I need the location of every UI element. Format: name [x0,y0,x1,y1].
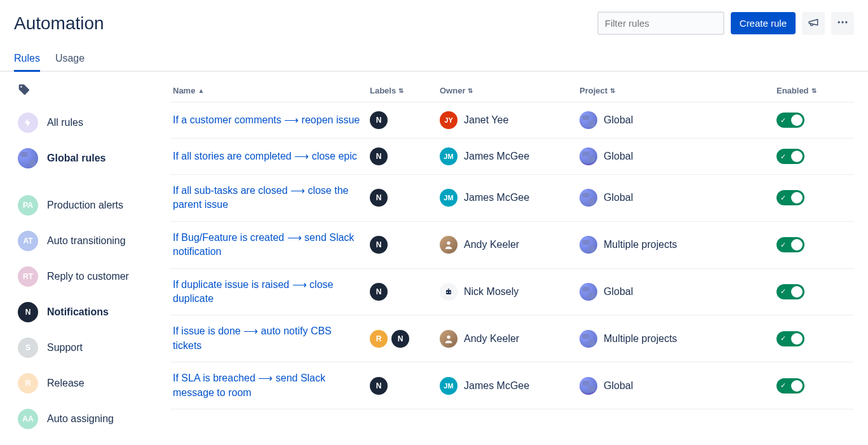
label-chip[interactable]: R [370,330,388,348]
globe-icon [580,283,597,301]
sidebar-item-label: Auto assigning [47,413,114,425]
rule-name-link[interactable]: If all sub-tasks are closed ⟶ close the … [173,184,370,212]
table-header: Name ▲ Labels ⇅ Owner ⇅ Project ⇅ Enable… [170,79,854,102]
column-project-header[interactable]: Project ⇅ [580,86,776,95]
labels-cell: RN [370,330,440,348]
label-chip[interactable]: N [370,147,388,165]
sort-icon: ⇅ [811,87,817,94]
owner-name: Andy Keeler [464,239,519,250]
ellipsis-icon [836,16,849,31]
table-row: If issue is done ⟶ auto notify CBS ticke… [170,315,854,362]
enabled-cell: ✓ [776,237,840,252]
sidebar-item-label: Production alerts [47,200,123,211]
owner-name: Andy Keeler [464,333,519,345]
table-row: If Bug/Feature is created ⟶ send Slack n… [170,222,854,269]
globe-icon [580,189,597,207]
project-cell: Multiple projects [580,236,776,254]
sidebar-item[interactable]: ATAuto transitioning [14,223,160,259]
label-chip[interactable]: N [370,377,388,395]
more-actions-button[interactable] [831,12,854,35]
table-row: If all sub-tasks are closed ⟶ close the … [170,175,854,222]
owner-avatar: JY [440,111,458,129]
sidebar-item-label: All rules [47,117,83,128]
check-icon: ✓ [780,117,786,124]
table-row: If SLA is breached ⟶ send Slack message … [170,362,854,409]
project-cell: Global [580,283,776,301]
label-avatar-icon: PA [18,195,38,216]
svg-point-1 [841,21,843,23]
tab-rules[interactable]: Rules [14,53,40,71]
sidebar-item[interactable]: RRelease [14,366,160,401]
label-chip[interactable]: N [370,111,388,129]
sidebar-item[interactable]: RTReply to customer [14,259,160,294]
owner-avatar [440,330,458,348]
label-chip[interactable]: N [370,236,388,254]
enabled-toggle[interactable]: ✓ [776,378,804,394]
megaphone-icon [808,17,819,30]
sidebar-item[interactable]: PAProduction alerts [14,188,160,223]
svg-point-0 [838,21,840,23]
owner-name: James McGee [464,380,529,392]
project-cell: Global [580,147,776,165]
enabled-toggle[interactable]: ✓ [776,331,804,346]
enabled-cell: ✓ [776,149,840,164]
check-icon: ✓ [780,153,786,160]
rule-name-link[interactable]: If all stories are completed ⟶ close epi… [173,149,370,163]
owner-cell: Andy Keeler [440,330,580,348]
enabled-toggle[interactable]: ✓ [776,149,804,164]
check-icon: ✓ [780,288,786,295]
sidebar-item[interactable]: Global rules [14,140,160,176]
owner-avatar [440,283,458,301]
rule-name-link[interactable]: If SLA is breached ⟶ send Slack message … [173,371,370,400]
globe-icon [580,377,597,395]
enabled-toggle[interactable]: ✓ [776,237,804,252]
content: All rulesGlobal rulesPAProduction alerts… [0,72,868,437]
announcements-button[interactable] [802,12,825,35]
column-labels-header[interactable]: Labels ⇅ [370,86,440,95]
column-name-header[interactable]: Name ▲ [173,86,370,95]
globe-icon [580,330,597,348]
enabled-toggle[interactable]: ✓ [776,284,804,299]
tab-usage[interactable]: Usage [55,53,85,71]
rule-name-link[interactable]: If issue is done ⟶ auto notify CBS ticke… [173,324,370,353]
label-avatar-icon: R [18,373,38,394]
owner-avatar: JM [440,147,458,165]
sidebar-item[interactable]: SSupport [14,330,160,366]
enabled-toggle[interactable]: ✓ [776,113,804,128]
label-chip[interactable]: N [391,330,409,348]
rule-name-link[interactable]: If duplicate issue is raised ⟶ close dup… [173,278,370,306]
enabled-cell: ✓ [776,190,840,205]
table-row: If all stories are completed ⟶ close epi… [170,139,854,175]
sidebar-item[interactable]: All rules [14,105,160,140]
svg-point-2 [845,21,847,23]
project-cell: Global [580,377,776,395]
globe-icon [580,111,597,129]
filter-rules-input[interactable] [597,11,724,35]
rule-name-link[interactable]: If Bug/Feature is created ⟶ send Slack n… [173,231,370,259]
sidebar-item[interactable]: AAAuto assigning [14,401,160,437]
project-cell: Global [580,111,776,129]
sidebar-item[interactable]: NNotifications [14,294,160,330]
project-name: Global [604,380,633,392]
page-title: Automation [14,13,104,34]
owner-cell: JYJanet Yee [440,111,580,129]
column-owner-header[interactable]: Owner ⇅ [440,86,580,95]
project-cell: Global [580,189,776,207]
rule-name-link[interactable]: If a customer comments ⟶ reopen issue [173,113,370,127]
labels-cell: N [370,111,440,129]
create-rule-button[interactable]: Create rule [731,12,796,34]
labels-cell: N [370,189,440,207]
label-chip[interactable]: N [370,283,388,301]
enabled-toggle[interactable]: ✓ [776,190,804,205]
labels-cell: N [370,236,440,254]
label-avatar-icon: N [18,302,38,322]
globe-icon [18,148,38,168]
label-avatar-icon: S [18,338,38,358]
label-chip[interactable]: N [370,189,388,207]
sidebar-item-label: Release [47,378,85,389]
owner-cell: JMJames McGee [440,147,580,165]
column-enabled-header[interactable]: Enabled ⇅ [776,86,840,95]
globe-icon [580,147,597,165]
label-avatar-icon: AT [18,231,38,251]
tabs: Rules Usage [0,53,868,72]
